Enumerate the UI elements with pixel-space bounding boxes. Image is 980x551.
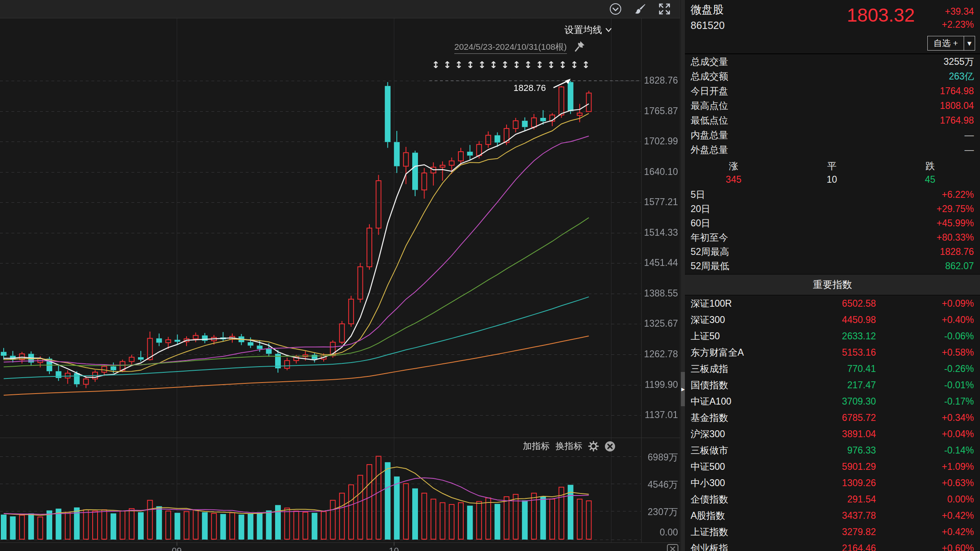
index-row[interactable]: 企债指数291.540.00% xyxy=(691,491,974,507)
updown-arrow-glyph: ↕ xyxy=(501,60,509,70)
index-row[interactable]: 深证3004450.98+0.40% xyxy=(691,312,974,328)
favorite-controls: 自选 + ▼ xyxy=(927,36,975,51)
index-change: +0.40% xyxy=(942,314,974,325)
index-change: +0.58% xyxy=(942,347,974,358)
favorite-dropdown-button[interactable]: ▼ xyxy=(964,36,975,51)
index-row[interactable]: 上证502633.12-0.06% xyxy=(691,328,974,344)
price-axis-label: 1828.76 xyxy=(633,75,678,86)
annotation-arrow-icon xyxy=(553,78,572,89)
scale-arrows-row[interactable]: ↕↕↕↕↕↕↕↕↕↕↕↕↕↕ xyxy=(432,60,590,70)
price-axis-label: 1325.67 xyxy=(633,318,678,329)
period-value: 862.07 xyxy=(945,261,974,272)
close-indicator-icon[interactable] xyxy=(604,441,616,452)
period-label: 5日 xyxy=(691,188,705,201)
price-axis-label: 1765.87 xyxy=(633,106,678,117)
index-value: 3891.04 xyxy=(842,429,876,440)
advance-decline-value: 10 xyxy=(783,174,881,185)
index-change: +0.04% xyxy=(942,429,974,440)
index-value: 5153.16 xyxy=(842,347,876,358)
stock-code: 861520 xyxy=(691,20,724,31)
price-change: +39.34 +2.23% xyxy=(942,5,974,31)
stats-value: 1808.04 xyxy=(940,100,974,111)
index-name: 深证100R xyxy=(691,297,732,310)
period-row: 52周最低862.07 xyxy=(691,259,974,273)
stats-value: — xyxy=(964,130,974,141)
add-favorite-button[interactable]: 自选 + xyxy=(927,36,964,51)
stats-label: 今日开盘 xyxy=(691,85,728,97)
switch-indicator-button[interactable]: 换指标 xyxy=(556,440,582,452)
period-row: 20日+29.75% xyxy=(691,202,974,216)
period-row: 5日+6.22% xyxy=(691,188,974,202)
index-change: -0.01% xyxy=(944,380,974,391)
high-price-annotation-text: 1828.76 xyxy=(513,83,546,93)
index-value: 1309.26 xyxy=(842,478,876,489)
index-row[interactable]: 中证5005901.29+1.09% xyxy=(691,458,974,475)
gear-icon[interactable] xyxy=(588,441,599,451)
stats-row: 最低点位1764.98 xyxy=(691,113,974,128)
updown-arrow-glyph: ↕ xyxy=(570,60,578,70)
ma-setting-label: 设置均线 xyxy=(564,24,602,36)
stock-name: 微盘股 xyxy=(691,2,724,17)
pin-icon[interactable] xyxy=(575,40,585,52)
period-row: 年初至今+80.33% xyxy=(691,230,974,245)
stats-label: 外盘总量 xyxy=(691,144,728,156)
index-row[interactable]: 基金指数6785.72+0.34% xyxy=(691,409,974,426)
updown-arrow-glyph: ↕ xyxy=(478,60,486,70)
index-row[interactable]: 上证指数3279.82+0.42% xyxy=(691,524,974,540)
index-name: 上证指数 xyxy=(691,526,728,538)
add-indicator-button[interactable]: 加指标 xyxy=(523,440,550,452)
axis-settings-icon[interactable] xyxy=(667,544,678,551)
advance-decline-header: 跌 xyxy=(882,160,979,173)
index-row[interactable]: 深证100R6502.58+0.09% xyxy=(691,295,974,312)
stats-label: 总成交额 xyxy=(691,70,728,83)
index-value: 3437.78 xyxy=(842,510,876,521)
stats-label: 最高点位 xyxy=(691,100,728,112)
period-value: +80.33% xyxy=(937,232,974,243)
stats-row: 总成交量3255万 xyxy=(691,54,974,69)
index-row[interactable]: 国债指数217.47-0.01% xyxy=(691,377,974,393)
index-row[interactable]: 东方财富全A5153.16+0.58% xyxy=(691,344,974,361)
period-value: +6.22% xyxy=(942,189,974,200)
index-row[interactable]: 三板做市976.33-0.14% xyxy=(691,442,974,458)
updown-arrow-glyph: ↕ xyxy=(443,60,451,70)
date-range-label[interactable]: 2024/5/23-2024/10/31(108根) xyxy=(454,41,567,54)
volume-axis-label: 0.00 xyxy=(633,527,678,538)
updown-arrow-glyph: ↕ xyxy=(582,60,590,70)
index-row[interactable]: 创业板指2164.46+0.60% xyxy=(691,540,974,551)
index-change: -0.26% xyxy=(944,363,974,374)
change-percent: +2.23% xyxy=(942,18,974,31)
stats-row: 总成交额263亿 xyxy=(691,69,974,84)
updown-arrow-glyph: ↕ xyxy=(513,60,520,70)
ma-setting-dropdown[interactable]: 设置均线 xyxy=(564,24,612,36)
stats-value: 3255万 xyxy=(944,55,974,68)
kline-chart-area: 设置均线 2024/5/23-2024/10/31(108根) ↕↕↕↕↕↕↕↕… xyxy=(0,0,680,551)
stats-row: 最高点位1808.04 xyxy=(691,98,974,113)
index-value: 5901.29 xyxy=(842,461,876,472)
index-name: 三板做市 xyxy=(691,444,728,457)
updown-arrow-glyph: ↕ xyxy=(536,60,544,70)
index-value: 291.54 xyxy=(847,494,876,505)
stats-value: 1764.98 xyxy=(940,86,974,97)
updown-arrow-glyph: ↕ xyxy=(455,60,463,70)
index-row[interactable]: A股指数3437.78+0.42% xyxy=(691,507,974,524)
index-row[interactable]: 三板成指770.41-0.26% xyxy=(691,361,974,377)
index-value: 217.47 xyxy=(847,380,876,391)
index-change: -0.06% xyxy=(944,331,974,342)
period-label: 52周最高 xyxy=(691,246,729,258)
price-axis-label: 1199.90 xyxy=(633,379,678,390)
index-name: 中小300 xyxy=(691,477,725,489)
index-value: 976.33 xyxy=(847,445,876,456)
index-row[interactable]: 中小3001309.26+0.63% xyxy=(691,475,974,491)
quote-panel: 微盘股 861520 1803.32 +39.34 +2.23% 自选 + ▼ … xyxy=(685,0,980,551)
price-axis-label: 1451.44 xyxy=(633,257,678,268)
index-row[interactable]: 中证A1003709.30-0.17% xyxy=(691,393,974,409)
period-label: 20日 xyxy=(691,203,711,215)
index-row[interactable]: 沪深3003891.04+0.04% xyxy=(691,426,974,442)
chevron-down-icon xyxy=(605,28,612,33)
index-change: -0.17% xyxy=(944,396,974,407)
kline-canvas[interactable] xyxy=(0,0,680,551)
index-name: 中证500 xyxy=(691,460,725,473)
period-value: +45.99% xyxy=(937,218,974,229)
period-value: 1828.76 xyxy=(940,246,974,257)
updown-arrow-glyph: ↕ xyxy=(432,60,440,70)
